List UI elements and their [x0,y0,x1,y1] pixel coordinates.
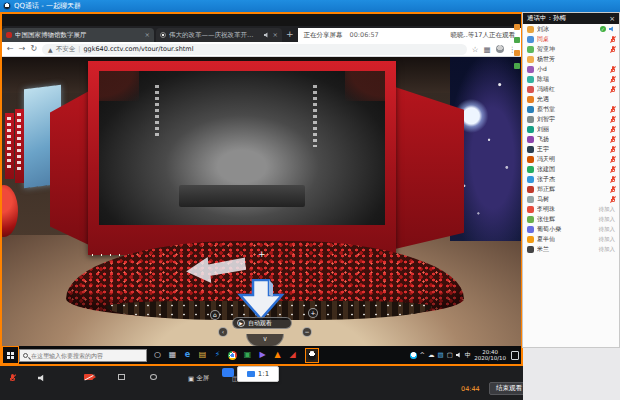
member-row[interactable]: 马树 [523,194,619,204]
member-row[interactable]: 小d [523,64,619,74]
member-row[interactable]: 郑正辉 [523,184,619,194]
mic-muted-icon [610,186,615,193]
thunder-icon[interactable]: ⚡ [211,348,224,362]
player-icon[interactable]: ▶ [256,348,269,362]
chrome-icon[interactable] [226,348,239,362]
url-box[interactable]: ▲ 不安全 | ggk640.cctv.com/vtour/tour.shtml [42,44,467,55]
profile-avatar[interactable] [496,45,504,53]
extension-icon[interactable]: ▦ [483,45,490,54]
file-explorer-icon[interactable]: ▤ [196,348,209,362]
pending-join-label: 待加入 [599,206,616,213]
member-row[interactable]: 刘丽 [523,124,619,134]
virtual-tour-viewport[interactable]: + ⌂ + ▶ 自动观看 ‹ − ∨ [2,57,521,346]
task-view-icon[interactable]: ▦ [166,348,179,362]
member-row[interactable]: 光遇 [523,94,619,104]
shared-screen-region: 中国国家博物馆数字展厅 × 伟大的改革——庆祝改革开… × + 正在分享屏幕 0… [0,12,523,366]
tab-museum[interactable]: 中国国家博物馆数字展厅 × [2,28,154,42]
monitor-icon [247,371,255,377]
screen-root: QQ通话 - 一起聊天群 中国国家博物馆数字展厅 × 伟大的改革——庆祝改革开…… [0,0,620,400]
scale-button-highlight[interactable] [222,368,234,377]
share-icon [150,374,157,380]
reload-icon[interactable]: ↻ [30,45,37,53]
avatar [527,236,534,243]
member-row[interactable]: 贺亚坤 [523,44,619,54]
edge-icon[interactable]: e [181,348,194,362]
member-row[interactable]: 陈瑞 [523,74,619,84]
member-row[interactable]: 蔡书堂 [523,104,619,114]
photos-icon[interactable]: ▣ [241,348,254,362]
member-row[interactable]: 杨世芳 [523,54,619,64]
member-name: 同桌 [537,35,607,44]
vlc-icon[interactable]: ▲ [271,348,284,362]
zoom-out-button[interactable]: − [302,327,312,337]
member-row[interactable]: 冯靖红 [523,84,619,94]
red-banner [5,113,14,179]
pending-join-label: 待加入 [599,236,616,243]
camera-icon[interactable]: ▢ [447,352,453,359]
tab-reform-exhibit[interactable]: 伟大的改革——庆祝改革开… × [156,28,282,42]
whiteboard-button[interactable] [118,374,125,380]
tab-close-icon[interactable]: × [145,31,150,39]
tab-close-icon[interactable]: × [273,31,278,39]
member-row[interactable]: 刘冰✓ [523,24,619,34]
volume-icon[interactable] [456,352,462,358]
url-text: ggk640.cctv.com/vtour/tour.shtml [83,45,193,53]
taskbar-search[interactable] [19,349,147,362]
avatar [527,46,534,53]
member-name: 郑正辉 [537,185,607,194]
museum-favicon [6,32,12,38]
auto-tour-button[interactable]: ▶ 自动观看 [232,317,292,329]
qq-tray-icon[interactable] [410,352,417,359]
member-row[interactable]: 张佳辉待加入 [523,214,619,224]
member-row[interactable]: 张建国 [523,164,619,174]
new-tab-button[interactable]: + [282,29,298,39]
forward-icon[interactable]: → [19,45,26,53]
pending-join-label: 待加入 [599,226,616,233]
taskbar-qq-app-icon[interactable] [305,348,319,363]
rotate-left-button[interactable]: ‹ [218,327,228,337]
zoom-in-button[interactable]: + [308,308,318,318]
member-row[interactable]: 葡萄小柴待加入 [523,224,619,234]
exhibit-favicon [160,32,166,38]
call-member-panel: 通话中：孙梅 × 刘冰✓同桌贺亚坤杨世芳小d陈瑞冯靖红光遇蔡书堂刘智宇刘丽飞扬王… [522,12,620,348]
cortana-icon[interactable]: ○ [151,348,164,362]
amd-icon[interactable]: ◢ [286,348,299,362]
weather-icon[interactable]: ▧ [437,352,443,359]
ime-indicator[interactable]: 中 [465,352,472,359]
tab-audio-icon [264,32,270,38]
avatar [527,156,534,163]
share-button[interactable] [150,374,157,380]
close-icon[interactable]: × [609,15,615,23]
start-button[interactable] [2,346,19,364]
member-row[interactable]: 飞扬 [523,134,619,144]
member-row[interactable]: 同桌 [523,34,619,44]
member-name: 杨世芳 [537,55,615,64]
member-name: 刘丽 [537,125,607,134]
speaker-button[interactable] [38,374,46,382]
member-row[interactable]: 李明珠待加入 [523,204,619,214]
action-center-icon[interactable] [511,351,519,360]
member-row[interactable]: 夏半仙待加入 [523,234,619,244]
avatar [527,206,534,213]
member-row[interactable]: 刘智宇 [523,114,619,124]
member-row[interactable]: 米兰待加入 [523,244,619,254]
qq-call-titlebar[interactable]: QQ通话 - 一起聊天群 [0,0,620,12]
fullscreen-button[interactable]: ▣ 全屏 [188,374,209,383]
member-row[interactable]: 王宇 [523,144,619,154]
red-banner [15,109,24,183]
member-row[interactable]: 张子杰 [523,174,619,184]
speaker-icon [38,374,46,382]
taskbar-clock[interactable]: 20:40 2020/10/10 [474,349,506,362]
home-button[interactable]: ⌂ [210,310,220,320]
mic-muted-button[interactable] [10,374,15,382]
system-tray: ^☁▧▢ 中 20:40 2020/10/10 [410,349,521,362]
search-input[interactable] [31,352,141,359]
member-row[interactable]: 冯天明 [523,154,619,164]
back-icon[interactable]: ← [7,45,14,53]
tray-expand-icon[interactable]: ^ [420,352,425,359]
camera-off-button[interactable] [84,374,93,380]
bookmark-icon[interactable]: ☆ [472,45,479,54]
onedrive-icon[interactable]: ☁ [428,352,435,359]
controls-collapse-flap[interactable]: ∨ [246,334,284,346]
mic-muted-icon [610,86,615,93]
